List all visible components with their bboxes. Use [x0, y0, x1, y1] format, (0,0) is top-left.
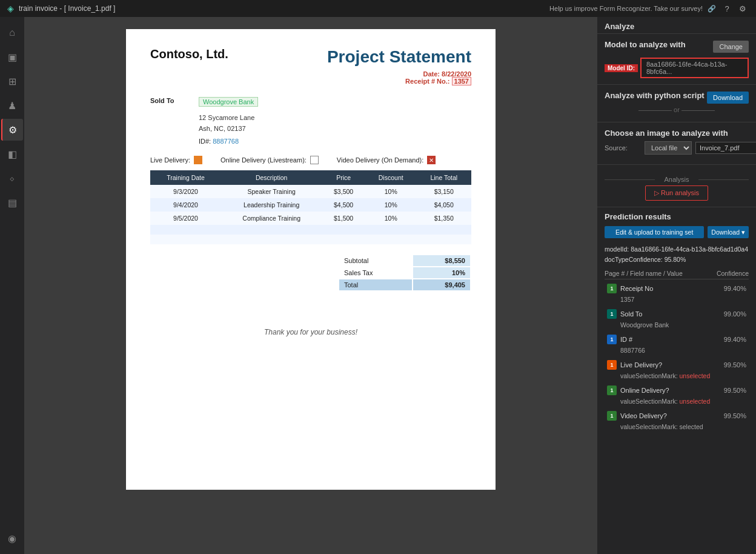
subtotal-value: $8,550 — [413, 255, 470, 266]
pred-table-header: Page # / Field name / Value Confidence — [605, 270, 749, 279]
sidebar-item-home[interactable]: ⌂ — [1, 22, 23, 44]
invoice-header: Contoso, Ltd. Project Statement Date: 8/… — [150, 47, 471, 85]
run-analysis-button[interactable]: ▷ Run analysis — [645, 185, 708, 201]
cell-date: 9/3/2020 — [150, 185, 221, 198]
settings-icon[interactable]: ⚙ — [737, 2, 749, 15]
pred-val-soldto: Woodgrove Bank — [605, 321, 749, 330]
tax-label: Sales Tax — [339, 267, 412, 278]
sidebar-item-train[interactable]: ⚙ — [1, 119, 23, 141]
pred-download-arrow: ▾ — [741, 229, 745, 236]
survey-text: Help us improve Form Recognizer. Take ou… — [549, 5, 703, 12]
panel-title: Analyze — [597, 17, 756, 34]
total-label: Total — [339, 279, 412, 290]
table-row: 9/4/2020 Leadership Training $4,500 10% … — [150, 198, 471, 212]
pred-item-online: 1 Online Delivery? 99.50% valueSelection… — [605, 384, 749, 407]
invoice-document: Contoso, Ltd. Project Statement Date: 8/… — [126, 29, 496, 490]
python-title: Analyze with python script — [605, 91, 705, 100]
main-layout: ⌂ ▣ ⊞ ♟ ⚙ ◧ ⬦ ▤ ◉ Contoso, Ltd. Project … — [0, 17, 756, 554]
sidebar-item-analyze[interactable]: ▤ — [1, 192, 23, 213]
source-row: Source: Local file — [605, 141, 749, 155]
video-delivery-checkbox: Video Delivery (On Demand): ✕ — [337, 156, 436, 164]
pred-conf-soldto: 99.00% — [724, 310, 746, 318]
cell-linetotal: $1,350 — [417, 212, 471, 225]
invoice-title: Project Statement — [327, 47, 471, 67]
pred-val-online-status: unselected — [679, 398, 710, 405]
invoice-checkboxes: Live Delivery: Online Delivery (Livestre… — [150, 156, 471, 164]
sidebar-item-bottom[interactable]: ◉ — [1, 527, 23, 549]
or-divider-line: ————— or ————— — [638, 106, 715, 113]
topbar: ◈ train invoice - [ Invoice_1.pdf ] Help… — [0, 0, 756, 17]
cell-price: $4,500 — [322, 198, 365, 212]
image-section: Choose an image to analyze with Source: … — [597, 122, 756, 165]
pred-modelid-label: modelId: — [605, 245, 631, 253]
table-row-empty — [150, 235, 471, 244]
cell-desc: Speaker Training — [221, 185, 322, 198]
live-delivery-box — [194, 156, 202, 164]
edit-upload-button[interactable]: Edit & upload to training set — [605, 226, 704, 238]
right-panel: Analyze Model to analyze with Change Mod… — [597, 17, 756, 554]
col-date: Training Date — [150, 170, 221, 185]
subtotal-label: Subtotal — [339, 255, 412, 266]
model-id-value: 8aa16866-16fe-44ca-b13a-8bfc6a... — [640, 58, 749, 78]
document-area: Contoso, Ltd. Project Statement Date: 8/… — [24, 17, 597, 554]
cell-date: 9/4/2020 — [150, 198, 221, 212]
sidebar-item-layout[interactable]: ▣ — [1, 46, 23, 68]
invoice-footer: Thank you for your business! — [150, 328, 471, 336]
date-label: Date: — [423, 70, 442, 78]
col-discount: Discount — [365, 170, 417, 185]
address-line2: Ash, NC, 02137 — [199, 125, 246, 132]
prediction-title: Prediction results — [605, 212, 749, 221]
pred-val-receipt: 1357 — [605, 295, 749, 305]
pred-badge-1: 1 — [607, 284, 617, 293]
model-title: Model to analyze with — [605, 40, 686, 49]
app-logo: ◈ — [7, 4, 14, 13]
image-title: Choose an image to analyze with — [605, 128, 749, 138]
cell-discount: 10% — [365, 198, 417, 212]
sold-to-value: Woodgrove Bank — [199, 97, 258, 107]
sidebar-item-label[interactable]: ♟ — [1, 95, 23, 116]
receipt-value: 1357 — [452, 77, 471, 85]
survey-link-icon[interactable]: 🔗 — [708, 5, 716, 13]
tax-value: 10% — [413, 267, 470, 278]
cell-linetotal: $4,050 — [417, 198, 471, 212]
pred-field-id: ID # — [620, 336, 720, 343]
pred-buttons: Edit & upload to training set Download ▾ — [605, 226, 749, 238]
pred-conf-receipt: 99.40% — [724, 285, 746, 292]
help-icon[interactable]: ? — [721, 2, 733, 15]
tax-row: Sales Tax 10% — [339, 267, 470, 278]
pred-val-video-status: selected — [679, 423, 703, 430]
cell-discount: 10% — [365, 185, 417, 198]
file-input[interactable] — [695, 142, 756, 154]
pred-item-soldto: 1 Sold To 99.00% Woodgrove Bank — [605, 307, 749, 330]
id-value[interactable]: 8887768 — [213, 138, 239, 145]
pred-field-receipt: Receipt No — [620, 285, 720, 292]
pred-field-online: Online Delivery? — [620, 387, 720, 394]
table-row-empty — [150, 225, 471, 235]
pred-badge-6: 1 — [607, 411, 617, 421]
pred-header-field: Page # / Field name / Value — [605, 270, 683, 277]
online-delivery-checkbox: Online Delivery (Livestream): — [220, 156, 319, 164]
cell-linetotal: $3,150 — [417, 185, 471, 198]
sold-to-label: Sold To — [150, 97, 199, 107]
source-select[interactable]: Local file — [645, 141, 692, 155]
change-model-button[interactable]: Change — [713, 41, 749, 53]
pred-badge-2: 1 — [607, 309, 617, 319]
invoice-address: 12 Sycamore Lane Ash, NC, 02137 — [199, 113, 471, 134]
pred-field-soldto: Sold To — [620, 310, 720, 318]
invoice-id: ID#: 8887768 — [199, 138, 471, 145]
sidebar: ⌂ ▣ ⊞ ♟ ⚙ ◧ ⬦ ▤ ◉ — [0, 17, 24, 554]
table-row: 9/3/2020 Speaker Training $3,500 10% $3,… — [150, 185, 471, 198]
python-download-button[interactable]: Download — [707, 92, 749, 104]
cell-price: $1,500 — [322, 212, 365, 225]
pred-item-live: 1 Live Delivery? 99.50% valueSelectionMa… — [605, 358, 749, 381]
cell-discount: 10% — [365, 212, 417, 225]
sidebar-item-test[interactable]: ⬦ — [1, 167, 23, 189]
pred-docconf-label: docTypeConfidence: — [605, 256, 665, 263]
col-desc: Description — [221, 170, 322, 185]
pred-download-button[interactable]: Download ▾ — [708, 226, 749, 238]
sidebar-item-ocr[interactable]: ⊞ — [1, 70, 23, 92]
sidebar-item-model[interactable]: ◧ — [1, 143, 23, 165]
pred-field-video: Video Delivery? — [620, 412, 720, 419]
pred-item-id: 1 ID # 99.40% 8887766 — [605, 333, 749, 356]
receipt-label: Receipt # No.: — [405, 78, 451, 85]
